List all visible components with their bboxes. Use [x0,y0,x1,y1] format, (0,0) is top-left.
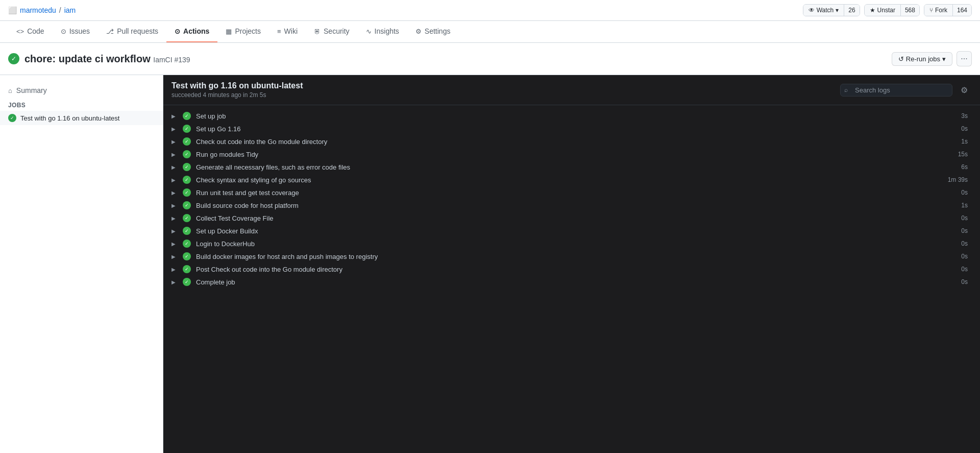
chevron-down-icon: ▾ [836,7,839,14]
repo-link[interactable]: iam [64,6,76,14]
sidebar-summary-link[interactable]: ⌂ Summary [0,83,163,98]
steps-list: ▶ ✓ Set up job 3s ▶ ✓ Set up Go 1.16 0s … [163,105,980,293]
page-title-left: ✓ chore: update ci workflow IamCI #139 [8,53,190,65]
watch-count[interactable]: 26 [844,5,859,16]
step-name: Set up Docker Buildx [194,227,961,235]
step-row[interactable]: ▶ ✓ Login to DockerHub 0s [167,237,976,250]
step-chevron-icon: ▶ [172,254,180,259]
step-name: Set up Go 1.16 [194,125,961,133]
tab-pull-requests[interactable]: ⎇ Pull requests [98,21,166,42]
tab-actions[interactable]: ⊙ Actions [166,21,217,42]
log-settings-button[interactable]: ⚙ [957,82,972,98]
step-time: 0s [961,214,972,222]
tab-insights[interactable]: ∿ Insights [358,21,407,42]
log-panel: Test with go 1.16 on ubuntu-latest succe… [163,75,980,453]
step-check-icon: ✓ [183,188,191,197]
tab-wiki-label: Wiki [284,27,298,35]
log-subtitle: succeeded 4 minutes ago in 2m 5s [172,91,303,99]
step-name: Post Check out code into the Go module d… [194,266,961,273]
step-time: 0s [961,227,972,234]
step-chevron-icon: ▶ [172,164,180,170]
log-title-area: Test with go 1.16 on ubuntu-latest succe… [172,81,303,99]
nav-tabs: <> Code ⊙ Issues ⎇ Pull requests ⊙ Actio… [0,21,980,43]
log-header-right: ⌕ ⚙ [840,82,972,98]
step-name: Check syntax and styling of go sources [194,176,948,184]
step-time: 0s [961,240,972,247]
step-status-icon: ✓ [183,137,191,146]
step-name: Check out code into the Go module direct… [194,138,961,146]
pr-icon: ⎇ [106,28,114,35]
tab-settings[interactable]: ⚙ Settings [407,21,459,42]
step-time: 3s [961,112,972,120]
step-name: Complete job [194,278,961,286]
step-chevron-icon: ▶ [172,279,180,285]
step-time: 1s [961,202,972,209]
step-status-icon: ✓ [183,278,191,286]
tab-insights-label: Insights [375,27,399,35]
page-title-bar: ✓ chore: update ci workflow IamCI #139 ↺… [0,43,980,75]
tab-settings-label: Settings [425,27,451,35]
step-status-icon: ✓ [183,227,191,235]
repo-path: ⬜ marmotedu / iam [8,6,76,14]
step-name: Login to DockerHub [194,240,961,248]
step-chevron-icon: ▶ [172,139,180,145]
fork-count[interactable]: 164 [952,5,971,16]
step-status-icon: ✓ [183,125,191,133]
step-check-icon: ✓ [183,201,191,209]
rerun-jobs-button[interactable]: ↺ Re-run jobs ▾ [892,52,952,66]
step-name: Generate all necessary files, such as er… [194,163,961,171]
step-name: Collect Test Coverage File [194,214,961,222]
tab-security[interactable]: ⛨ Security [306,21,358,42]
step-row[interactable]: ▶ ✓ Check syntax and styling of go sourc… [167,174,976,186]
tab-projects[interactable]: ▦ Projects [217,21,269,42]
tab-code[interactable]: <> Code [8,21,53,42]
org-link[interactable]: marmotedu [20,6,56,14]
step-row[interactable]: ▶ ✓ Generate all necessary files, such a… [167,161,976,173]
step-row[interactable]: ▶ ✓ Build source code for host platform … [167,199,976,211]
actions-icon: ⊙ [175,28,180,35]
step-name: Run go modules Tidy [194,151,958,158]
more-options-button[interactable]: ··· [957,51,972,66]
star-count[interactable]: 568 [900,5,919,16]
gear-icon: ⚙ [961,85,968,95]
search-logs-input[interactable] [840,84,952,97]
step-row[interactable]: ▶ ✓ Set up Go 1.16 0s [167,123,976,135]
step-row[interactable]: ▶ ✓ Run unit test and get test coverage … [167,186,976,199]
fork-button[interactable]: ⑂ Fork [924,5,952,16]
step-check-icon: ✓ [183,163,191,171]
step-status-icon: ✓ [183,252,191,260]
step-row[interactable]: ▶ ✓ Run go modules Tidy 15s [167,148,976,160]
step-row[interactable]: ▶ ✓ Collect Test Coverage File 0s [167,212,976,224]
watch-group: 👁 Watch ▾ 26 [803,4,860,16]
rerun-chevron-icon: ▾ [942,55,946,63]
step-check-icon: ✓ [183,278,191,286]
step-row[interactable]: ▶ ✓ Check out code into the Go module di… [167,135,976,148]
step-row[interactable]: ▶ ✓ Post Check out code into the Go modu… [167,263,976,275]
step-check-icon: ✓ [183,214,191,222]
main-layout: ⌂ Summary Jobs ✓ Test with go 1.16 on ub… [0,75,980,453]
step-row[interactable]: ▶ ✓ Set up Docker Buildx 0s [167,225,976,237]
step-status-icon: ✓ [183,112,191,120]
wiki-icon: ≡ [277,28,281,35]
workflow-status-icon: ✓ [8,53,19,64]
tab-wiki[interactable]: ≡ Wiki [269,21,306,42]
step-row[interactable]: ▶ ✓ Set up job 3s [167,110,976,122]
top-actions: 👁 Watch ▾ 26 ★ Unstar 568 ⑂ Fork 164 [803,4,972,16]
step-time: 1m 39s [948,176,972,183]
sidebar-job-item[interactable]: ✓ Test with go 1.16 on ubuntu-latest [0,111,163,125]
tab-issues[interactable]: ⊙ Issues [53,21,98,42]
step-row[interactable]: ▶ ✓ Complete job 0s [167,276,976,288]
step-chevron-icon: ▶ [172,241,180,247]
watch-button[interactable]: 👁 Watch ▾ [803,5,844,16]
step-status-icon: ✓ [183,214,191,222]
step-check-icon: ✓ [183,137,191,146]
unstar-button[interactable]: ★ Unstar [865,5,900,16]
path-separator: / [59,6,61,14]
step-time: 15s [958,151,972,158]
tab-security-label: Security [324,27,350,35]
step-chevron-icon: ▶ [172,190,180,196]
step-status-icon: ✓ [183,150,191,158]
step-time: 0s [961,253,972,260]
step-row[interactable]: ▶ ✓ Build docker images for host arch an… [167,250,976,263]
rerun-label: Re-run jobs [906,55,940,63]
